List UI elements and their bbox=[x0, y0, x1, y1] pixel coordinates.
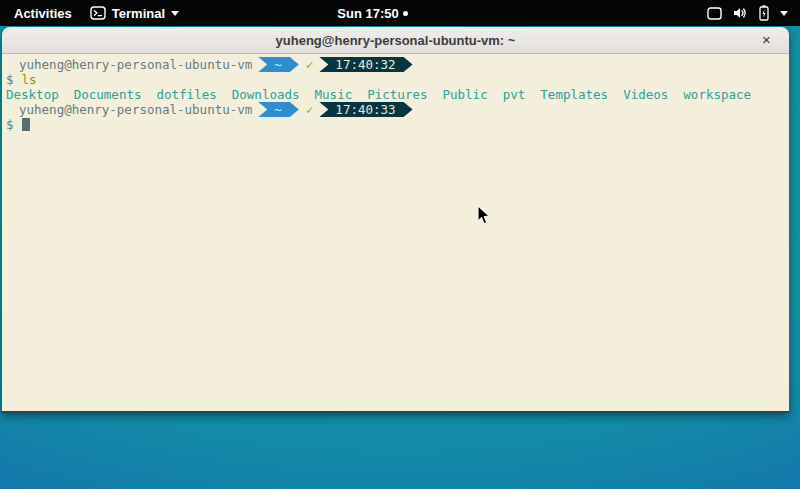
volume-icon bbox=[732, 6, 748, 20]
top-bar: Activities Terminal Sun 17:50 bbox=[0, 0, 800, 26]
battery-charging-icon bbox=[758, 5, 770, 21]
prompt-time-segment: 17:40:32 bbox=[319, 57, 412, 72]
terminal-content[interactable]: yuheng@henry-personal-ubuntu-vm ~ ✓ 17:4… bbox=[2, 54, 789, 412]
terminal-app-icon bbox=[90, 6, 106, 20]
file-name: Downloads bbox=[232, 87, 300, 102]
file-name: Documents bbox=[74, 87, 142, 102]
file-name: dotfiles bbox=[157, 87, 217, 102]
window-title: yuheng@henry-personal-ubuntu-vm: ~ bbox=[2, 33, 789, 48]
shell-prompt-symbol: $ bbox=[6, 117, 14, 132]
command-line: $ ls bbox=[6, 72, 789, 87]
prompt-line: yuheng@henry-personal-ubuntu-vm ~ ✓ 17:4… bbox=[6, 102, 789, 117]
display-icon bbox=[707, 7, 722, 20]
file-name: Pictures bbox=[367, 87, 427, 102]
terminal-window: yuheng@henry-personal-ubuntu-vm: ~ × yuh… bbox=[2, 27, 789, 413]
clock[interactable]: Sun 17:50 bbox=[337, 6, 398, 21]
prompt-user-host: yuheng@henry-personal-ubuntu-vm bbox=[6, 57, 252, 72]
prompt-status-check-icon: ✓ bbox=[306, 102, 314, 117]
prompt-status-check-icon: ✓ bbox=[306, 57, 314, 72]
command-line: $ bbox=[6, 117, 789, 132]
command-text: ls bbox=[22, 72, 37, 87]
window-titlebar[interactable]: yuheng@henry-personal-ubuntu-vm: ~ × bbox=[2, 27, 789, 54]
shell-prompt-symbol: $ bbox=[6, 72, 14, 87]
close-button[interactable]: × bbox=[756, 30, 777, 51]
file-name: Public bbox=[443, 87, 488, 102]
app-menu[interactable]: Terminal bbox=[90, 6, 179, 21]
prompt-time-segment: 17:40:33 bbox=[319, 102, 412, 117]
notification-dot-icon bbox=[403, 11, 408, 16]
file-name: Music bbox=[315, 87, 353, 102]
activities-button[interactable]: Activities bbox=[10, 6, 76, 21]
prompt-line: yuheng@henry-personal-ubuntu-vm ~ ✓ 17:4… bbox=[6, 57, 789, 72]
file-name: workspace bbox=[683, 87, 751, 102]
prompt-cwd-segment: ~ bbox=[258, 102, 299, 117]
terminal-cursor bbox=[22, 118, 30, 131]
chevron-down-icon bbox=[780, 11, 788, 16]
prompt-user-host: yuheng@henry-personal-ubuntu-vm bbox=[6, 102, 252, 117]
file-name: Templates bbox=[540, 87, 608, 102]
prompt-cwd-segment: ~ bbox=[258, 57, 299, 72]
mouse-pointer-icon bbox=[477, 205, 490, 229]
app-menu-label: Terminal bbox=[112, 6, 165, 21]
system-status-area[interactable] bbox=[699, 0, 800, 26]
file-name: Desktop bbox=[6, 87, 59, 102]
ls-output-line: DesktopDocumentsdotfilesDownloadsMusicPi… bbox=[6, 87, 789, 102]
file-name: Videos bbox=[623, 87, 668, 102]
chevron-down-icon bbox=[171, 11, 179, 16]
file-name: pvt bbox=[503, 87, 526, 102]
